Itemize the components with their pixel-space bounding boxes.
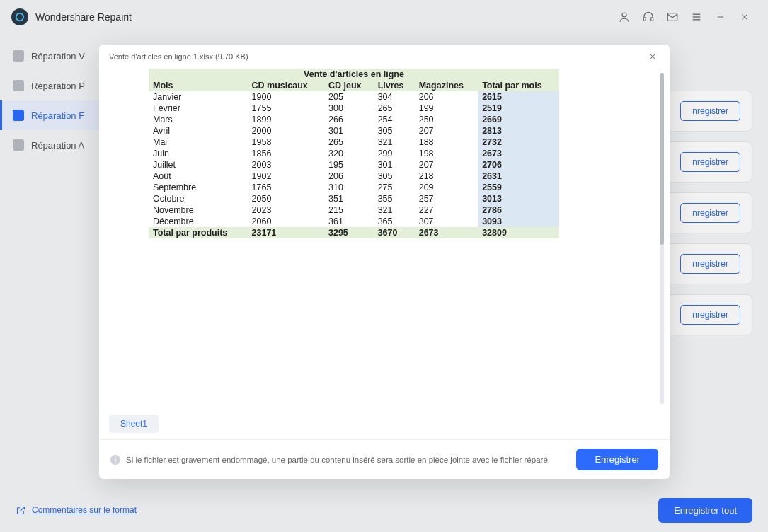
cell: Mai	[149, 137, 248, 148]
col-header: CD musicaux	[248, 80, 324, 91]
col-header: CD jeux	[324, 80, 374, 91]
table-row: Février17553002651992519	[149, 103, 559, 114]
cell: 2669	[478, 114, 559, 125]
cell: Juillet	[149, 159, 248, 170]
cell: 23171	[248, 227, 324, 238]
cell: 2673	[415, 227, 478, 238]
modal-note: i Si le fichier est gravement endommagé,…	[110, 455, 550, 465]
cell: Avril	[149, 125, 248, 137]
cell: 218	[415, 170, 478, 182]
table-row: Janvier19002053042062615	[149, 91, 559, 103]
table-row: Octobre20503513552573013	[149, 193, 559, 204]
cell: 250	[415, 114, 478, 125]
cell: 2023	[248, 204, 324, 216]
scrollbar-thumb[interactable]	[660, 73, 664, 245]
close-icon[interactable]	[646, 50, 660, 64]
cell: 2519	[478, 103, 559, 114]
cell: Août	[149, 170, 248, 182]
modal-note-text: Si le fichier est gravement endommagé, u…	[126, 456, 550, 464]
cell: 257	[415, 193, 478, 204]
cell: 1899	[248, 114, 324, 125]
table-row: Novembre20232153212272786	[149, 204, 559, 216]
modal-save-button[interactable]: Enregistrer	[576, 449, 658, 470]
table-row: Juillet20031953012072706	[149, 159, 559, 170]
cell: 1765	[248, 182, 324, 193]
sheet-tabs: Sheet1	[99, 408, 670, 439]
cell: 307	[415, 216, 478, 227]
cell: 300	[324, 103, 374, 114]
cell: 265	[324, 137, 374, 148]
cell: Décembre	[149, 216, 248, 227]
sheet-preview: Vente d'articles en ligne Mois CD musica…	[99, 69, 670, 408]
modal-filename: Vente d'articles en ligne 1.xlsx (9.70 K…	[109, 52, 248, 61]
cell: 227	[415, 204, 478, 216]
cell: 2706	[478, 159, 559, 170]
cell: 1900	[248, 91, 324, 103]
cell: 3013	[478, 193, 559, 204]
cell: 365	[374, 216, 415, 227]
cell: 198	[415, 148, 478, 159]
cell: 299	[374, 148, 415, 159]
table-row: Juin18563202991982673	[149, 148, 559, 159]
table-row: Septembre17653102752092559	[149, 182, 559, 193]
col-header: Magazines	[415, 80, 478, 91]
table-row: Août19022063052182631	[149, 170, 559, 182]
cell: 1958	[248, 137, 324, 148]
cell: 266	[324, 114, 374, 125]
cell: 310	[324, 182, 374, 193]
cell: 2003	[248, 159, 324, 170]
cell: 207	[415, 159, 478, 170]
cell: 1902	[248, 170, 324, 182]
cell: 3093	[478, 216, 559, 227]
cell: Total par produits	[149, 227, 248, 238]
scrollbar[interactable]	[660, 73, 664, 404]
cell: 2559	[478, 182, 559, 193]
table-row: Décembre20603613653073093	[149, 216, 559, 227]
cell: 188	[415, 137, 478, 148]
col-header: Livres	[374, 80, 415, 91]
cell: 2732	[478, 137, 559, 148]
cell: 275	[374, 182, 415, 193]
cell: Janvier	[149, 91, 248, 103]
cell: 2060	[248, 216, 324, 227]
cell: 199	[415, 103, 478, 114]
cell: 1856	[248, 148, 324, 159]
cell: 351	[324, 193, 374, 204]
cell: Juin	[149, 148, 248, 159]
cell: Février	[149, 103, 248, 114]
cell: 206	[415, 91, 478, 103]
cell: 206	[324, 170, 374, 182]
preview-modal: Vente d'articles en ligne 1.xlsx (9.70 K…	[99, 45, 670, 479]
cell: 265	[374, 103, 415, 114]
cell: Mars	[149, 114, 248, 125]
cell: 2673	[478, 148, 559, 159]
total-row: Total par produits 23171 3295 3670 2673 …	[149, 227, 559, 238]
cell: 305	[374, 170, 415, 182]
cell: 321	[374, 204, 415, 216]
cell: 355	[374, 193, 415, 204]
col-header: Total par mois	[478, 80, 559, 91]
cell: 3670	[374, 227, 415, 238]
cell: 195	[324, 159, 374, 170]
cell: 320	[324, 148, 374, 159]
table-row: Mars18992662542502669	[149, 114, 559, 125]
cell: 301	[324, 125, 374, 137]
sheet-tab[interactable]: Sheet1	[109, 415, 159, 433]
cell: 304	[374, 91, 415, 103]
info-icon: i	[110, 455, 120, 465]
sheet-title: Vente d'articles en ligne	[149, 69, 559, 80]
cell: 1755	[248, 103, 324, 114]
table-header: Mois CD musicaux CD jeux Livres Magazine…	[149, 80, 559, 91]
cell: Novembre	[149, 204, 248, 216]
cell: 254	[374, 114, 415, 125]
cell: 305	[374, 125, 415, 137]
cell: Septembre	[149, 182, 248, 193]
cell: 2615	[478, 91, 559, 103]
table-row: Avril20003013052072813	[149, 125, 559, 137]
cell: 321	[374, 137, 415, 148]
col-header: Mois	[149, 80, 248, 91]
cell: 205	[324, 91, 374, 103]
cell: Octobre	[149, 193, 248, 204]
table-row: Mai19582653211882732	[149, 137, 559, 148]
spreadsheet-table: Vente d'articles en ligne Mois CD musica…	[149, 69, 559, 238]
